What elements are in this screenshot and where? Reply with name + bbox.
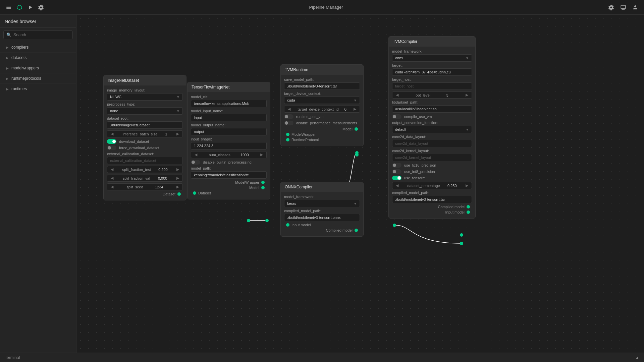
sidebar-item-modelwrappers[interactable]: ▶ modelwrappers [0, 63, 76, 73]
force-download-toggle[interactable] [107, 145, 116, 150]
dataset-out-dot[interactable] [177, 192, 181, 196]
field-label: compiled_model_path: [284, 209, 360, 213]
search-input-wrap[interactable]: 🔍 [3, 31, 73, 39]
onnx-model-framework-select[interactable]: keras ▼ [284, 200, 360, 207]
chevron-down-icon: ▼ [176, 95, 180, 99]
use-tensorrt-toggle[interactable] [392, 176, 401, 180]
sidebar-item-label: modelwrappers [11, 66, 39, 70]
spinner-increment[interactable]: ▶ [175, 176, 180, 180]
input-model-dot[interactable] [286, 223, 289, 227]
use-int8-toggle[interactable] [392, 169, 401, 174]
download-dataset-toggle[interactable] [107, 139, 116, 144]
spinner-increment[interactable]: ▶ [175, 167, 180, 172]
runtime-out-dot[interactable] [286, 138, 289, 141]
chevron-up-icon[interactable]: ▲ [635, 355, 639, 360]
field-label: target_device_context: [284, 92, 360, 96]
disable-builtin-toggle[interactable] [191, 160, 200, 165]
target-value: cuda -arch=sm_87 -libs=cudnn,cu [392, 68, 472, 76]
field-label: conv2d_kernel_layout: [392, 149, 472, 153]
gear-icon[interactable] [608, 4, 614, 11]
search-box: 🔍 [0, 28, 76, 42]
svg-point-7 [393, 224, 396, 227]
field-label: libdarknet_path: [392, 100, 472, 104]
field-label: conv2d_data_layout: [392, 135, 472, 139]
compiled-model-dot[interactable] [355, 229, 358, 232]
spinner-increment[interactable]: ▶ [464, 183, 470, 188]
model-in-dot[interactable] [355, 127, 358, 131]
toggle-label: runtime_use_vm [296, 115, 323, 119]
spinner-increment[interactable]: ▶ [464, 93, 470, 97]
node-imagenet: ImageNetDataset image_memory_layout: NHW… [103, 75, 186, 200]
spinner-decrement[interactable]: ◀ [394, 93, 400, 97]
spinner-increment[interactable]: ▶ [259, 153, 264, 157]
field-label: model_input_name: [191, 109, 267, 113]
target-host-value: target_host [392, 82, 472, 90]
onnx-input-model-connector: Input model [284, 223, 360, 227]
sidebar-item-label: runtimes [11, 86, 27, 91]
model-cls-value: tensorflow.keras.applications.Mob [191, 100, 267, 107]
spinner-decrement[interactable]: ◀ [286, 107, 292, 111]
toggle-label: download_dataset [119, 139, 149, 143]
preprocess-type-select[interactable]: none ▼ [107, 107, 183, 115]
node-imagenet-title: ImageNetDataset [104, 75, 186, 85]
spinner-decrement[interactable]: ◀ [193, 153, 199, 157]
chevron-down-icon: ▼ [354, 99, 357, 102]
connector-label: Dataset [163, 192, 175, 196]
spinner-decrement[interactable]: ◀ [109, 167, 115, 172]
spinner-increment[interactable]: ▶ [175, 132, 180, 136]
monitor-icon[interactable] [620, 4, 627, 11]
chevron-right-icon: ▶ [6, 46, 9, 49]
chevron-down-icon: ▼ [466, 56, 469, 60]
spinner-decrement[interactable]: ◀ [394, 183, 400, 188]
pipeline-canvas[interactable]: ImageNetDataset image_memory_layout: NHW… [76, 15, 644, 353]
sidebar-item-label: runtimeprotocols [11, 76, 41, 81]
terminal-bar: Terminal ▲ [0, 353, 644, 362]
svg-point-4 [355, 151, 359, 155]
output-conversion-select[interactable]: default ▼ [392, 126, 472, 133]
model-out-dot[interactable] [261, 186, 265, 189]
connector-label: Compiled model [438, 205, 465, 209]
cube-icon[interactable] [16, 4, 23, 11]
target-device-context-select[interactable]: cuda ▼ [284, 97, 360, 104]
sidebar-item-runtimes[interactable]: ▶ runtimes [0, 84, 76, 94]
modelwrapper-out-dot[interactable] [286, 133, 289, 136]
runtime-use-vm-toggle[interactable] [284, 114, 293, 119]
sidebar-item-compilers[interactable]: ▶ compilers [0, 42, 76, 53]
field-label: save_model_path: [284, 77, 360, 81]
spinner-label: num_classes [209, 153, 230, 157]
compiled-out-dot[interactable] [467, 205, 470, 208]
spinner-increment[interactable]: ▶ [352, 107, 358, 111]
spinner-decrement[interactable]: ◀ [109, 132, 115, 136]
disable-performance-toggle[interactable] [284, 121, 293, 125]
play-icon[interactable] [27, 4, 34, 11]
sidebar-title: Nodes browser [0, 15, 76, 28]
spinner-increment[interactable]: ▶ [175, 185, 180, 189]
input-model-dot[interactable] [467, 210, 470, 214]
spinner-decrement[interactable]: ◀ [109, 185, 115, 189]
save-model-path-value: ./build/mobilenetv3-tensorrt.tar [284, 82, 360, 90]
user-icon[interactable] [632, 4, 639, 11]
node-tvm-compiler: TVMCompiler model_framework: onnx ▼ targ… [388, 36, 476, 219]
use-fp16-toggle[interactable] [392, 163, 401, 168]
split-fraction-test-spinner: ◀ split_fraction_test 0.200 ▶ [107, 166, 183, 173]
spinner-value: 1234 [155, 185, 163, 189]
sidebar-item-datasets[interactable]: ▶ datasets [0, 53, 76, 63]
modelwrapper-out-dot[interactable] [261, 181, 265, 184]
search-icon: 🔍 [6, 33, 11, 37]
toggle-label: disable_builtin_preprocessing [203, 160, 252, 164]
field-label: model_framework: [392, 49, 472, 53]
dataset-in-dot[interactable] [193, 191, 196, 195]
field-label: dataset_root: [107, 116, 183, 120]
tvm-model-framework-select[interactable]: onnx ▼ [392, 54, 472, 62]
topbar: Pipeline Manager [0, 0, 644, 15]
spinner-value: 0.200 [158, 168, 168, 172]
sidebar-item-runtimeprotocols[interactable]: ▶ runtimeprotocols [0, 73, 76, 84]
search-input[interactable] [13, 33, 70, 37]
toggle-label: use_int8_precision [404, 170, 435, 174]
menu-icon[interactable] [5, 4, 12, 11]
spinner-decrement[interactable]: ◀ [109, 176, 115, 180]
split-fraction-val-spinner: ◀ split_fraction_val 0.000 ▶ [107, 175, 183, 182]
compile-use-vm-toggle[interactable] [392, 114, 401, 119]
image-memory-layout-select[interactable]: NHWC ▼ [107, 93, 183, 101]
settings-icon[interactable] [38, 4, 44, 11]
